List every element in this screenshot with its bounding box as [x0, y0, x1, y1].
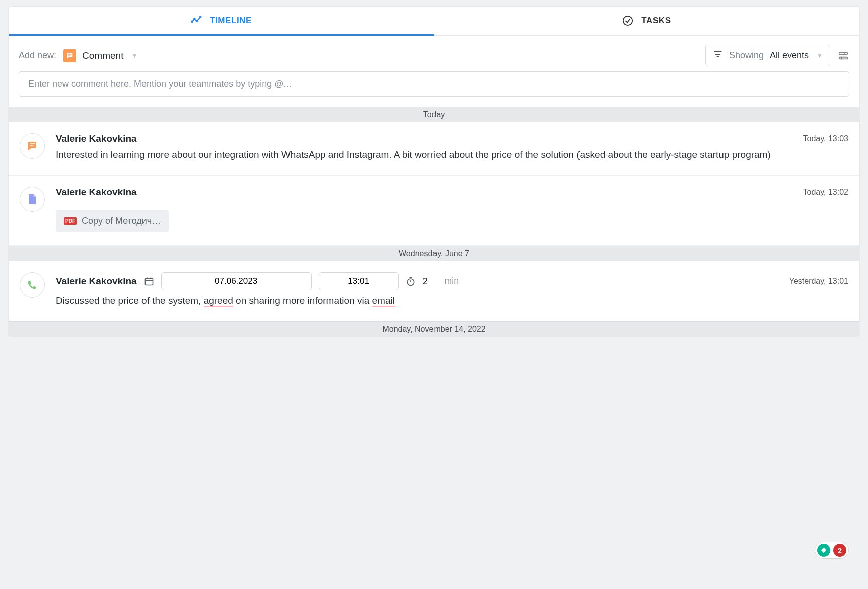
attachment-name: Copy of Методич…: [82, 216, 161, 226]
svg-point-3: [200, 16, 201, 18]
entry-timestamp: Yesterday, 13:01: [789, 277, 848, 286]
entry-timestamp: Today, 13:02: [803, 188, 848, 197]
comment-input[interactable]: [19, 71, 849, 97]
entry-type-selector[interactable]: Comment ▼: [63, 49, 137, 62]
events-filter[interactable]: Showing All events ▼: [705, 45, 830, 66]
chevron-down-icon: ▼: [817, 52, 823, 59]
comment-icon: [63, 49, 76, 62]
tab-tasks[interactable]: TASKS: [434, 7, 859, 35]
tabs-bar: TIMELINE TASKS: [9, 7, 859, 36]
date-divider-today: Today: [9, 107, 859, 122]
add-new-label: Add new:: [19, 50, 56, 61]
timeline-entry: Valerie Kakovkina 2 min Yesterday, 13:01…: [9, 261, 859, 322]
calendar-icon: [144, 276, 154, 286]
call-duration-unit: min: [444, 276, 459, 286]
entry-type-label: Comment: [82, 50, 123, 61]
chevron-down-icon: ▼: [131, 52, 137, 59]
stopwatch-icon: [406, 276, 416, 286]
svg-point-2: [196, 20, 198, 22]
svg-rect-11: [839, 57, 848, 59]
call-duration-value: 2: [423, 276, 428, 287]
entry-author: Valerie Kakovkina: [56, 276, 137, 287]
timeline-panel: TIMELINE TASKS Add new: Comment ▼ Showin…: [8, 6, 860, 337]
entry-author: Valerie Kakovkina: [56, 187, 137, 198]
svg-rect-16: [145, 278, 153, 285]
call-type-icon: [20, 272, 45, 298]
timeline-entry: Valerie Kakovkina Today, 13:02 PDF Copy …: [9, 176, 859, 246]
filter-value: All events: [770, 50, 809, 61]
comment-type-icon: [20, 133, 45, 159]
date-divider: Wednesday, June 7: [9, 246, 859, 261]
svg-point-4: [623, 16, 632, 25]
timeline-icon: [191, 15, 202, 26]
attachment-chip[interactable]: PDF Copy of Методич…: [56, 210, 169, 232]
filter-prefix: Showing: [729, 50, 764, 61]
svg-point-0: [191, 21, 193, 22]
check-circle-icon: [622, 15, 633, 26]
filter-icon: [713, 49, 723, 62]
date-divider: Monday, November 14, 2022: [9, 321, 859, 337]
file-type-icon: [20, 187, 45, 212]
sliders-icon[interactable]: [837, 50, 849, 62]
entry-text: Interested in learning more about our in…: [56, 148, 848, 162]
pdf-icon: PDF: [64, 217, 77, 225]
entry-timestamp: Today, 13:03: [803, 134, 848, 143]
svg-point-1: [194, 18, 195, 20]
toolbar: Add new: Comment ▼ Showing All events ▼: [9, 36, 859, 71]
tab-timeline[interactable]: TIMELINE: [9, 7, 434, 36]
timeline-entry: Valerie Kakovkina Today, 13:03 Intereste…: [9, 122, 859, 176]
tab-timeline-label: TIMELINE: [210, 16, 252, 26]
tab-tasks-label: TASKS: [641, 16, 671, 26]
call-date-input[interactable]: [161, 272, 312, 290]
entry-author: Valerie Kakovkina: [56, 133, 137, 144]
call-time-input[interactable]: [319, 272, 399, 290]
svg-rect-10: [839, 52, 848, 54]
comment-input-wrap: [9, 71, 859, 107]
entry-text: Discussed the price of the system, agree…: [56, 293, 848, 308]
